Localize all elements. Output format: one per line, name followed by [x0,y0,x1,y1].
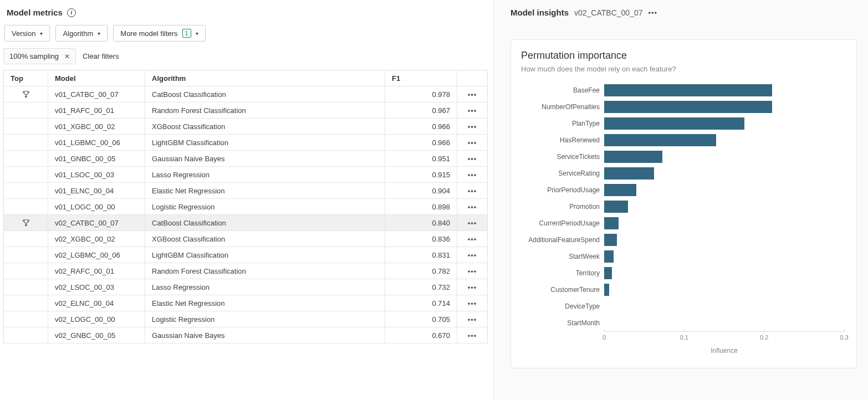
row-actions[interactable]: ••• [468,139,477,147]
table-row[interactable]: v01_RAFC_00_01Random Forest Classificati… [4,102,488,119]
insights-actions[interactable]: ••• [648,8,657,17]
chart-bar[interactable] [604,217,619,229]
sampling-chip-label: 100% sampling [9,52,59,60]
cell-f1: 0.714 [385,295,457,311]
cell-f1: 0.782 [385,263,457,279]
chart-bar[interactable] [604,151,662,163]
card-subtitle: How much does the model rely on each fea… [521,65,844,73]
chart-bar[interactable] [604,250,614,263]
chart-bar-row: DeviceType [521,298,844,315]
table-row[interactable]: v02_ELNC_00_04Elastic Net Regression0.71… [4,295,488,311]
table-row[interactable]: v02_GNBC_00_05Gaussian Naive Bayes0.670•… [4,327,488,343]
chart-bar-track [604,284,844,296]
cell-algorithm: Random Forest Classification [145,102,385,119]
chart-x-label: Influence [604,347,844,355]
chart-bar-row: BaseFee [521,82,844,99]
cell-top [4,135,48,151]
chart-bar[interactable] [604,117,744,130]
cell-top [4,231,48,247]
cell-algorithm: CatBoost Classification [145,215,385,231]
cell-top [4,151,48,167]
row-actions[interactable]: ••• [468,267,477,275]
row-actions[interactable]: ••• [468,283,477,291]
models-table: Top Model Algorithm F1 v01_CATBC_00_07Ca… [3,70,488,343]
algorithm-filter[interactable]: Algorithm ▾ [55,25,108,42]
chart-bar[interactable] [604,201,628,213]
chart-bar[interactable] [604,184,636,196]
cell-actions: ••• [457,135,488,151]
chart-bar[interactable] [604,267,612,279]
cell-f1: 0.840 [385,215,457,231]
row-actions[interactable]: ••• [468,187,477,195]
row-actions[interactable]: ••• [468,155,477,163]
cell-f1: 0.670 [385,327,457,343]
info-icon[interactable]: i [67,8,76,17]
row-actions[interactable]: ••• [468,203,477,211]
cell-f1: 0.732 [385,279,457,295]
chart-tick-label: 0.1 [680,334,688,341]
table-row[interactable]: v01_ELNC_00_04Elastic Net Regression0.90… [4,183,488,199]
table-row[interactable]: v01_CATBC_00_07CatBoost Classification0.… [4,86,488,102]
row-actions[interactable]: ••• [468,331,477,340]
table-row[interactable]: v02_LOGC_00_00Logistic Regression0.705••… [4,311,488,327]
col-algorithm[interactable]: Algorithm [145,70,385,86]
table-row[interactable]: v02_XGBC_00_02XGBoost Classification0.83… [4,231,488,247]
cell-top [4,311,48,327]
col-model[interactable]: Model [48,70,145,86]
cell-actions: ••• [457,167,488,183]
row-actions[interactable]: ••• [468,106,477,115]
chart-bar-track [604,267,844,279]
row-actions[interactable]: ••• [468,171,477,179]
chart-bar-row: Promotion [521,198,844,215]
cell-algorithm: Logistic Regression [145,311,385,327]
table-row[interactable]: v02_LSOC_00_03Lasso Regression0.732••• [4,279,488,295]
table-row[interactable]: v01_XGBC_00_02XGBoost Classification0.96… [4,119,488,135]
chart-category-label: PlanType [521,120,604,127]
chart-bar-row: StartMonth [521,315,844,331]
chart-bar[interactable] [604,234,617,246]
cell-model: v02_LSOC_00_03 [48,279,145,295]
table-row[interactable]: v02_RAFC_00_01Random Forest Classificati… [4,263,488,279]
row-actions[interactable]: ••• [468,122,477,131]
cell-algorithm: LightGBM Classification [145,135,385,151]
col-top[interactable]: Top [4,70,48,86]
cell-top [4,167,48,183]
close-icon[interactable]: ✕ [64,53,70,60]
chart-bar-track [604,184,844,196]
cell-f1: 0.966 [385,135,457,151]
table-row[interactable]: v02_CATBC_00_07CatBoost Classification0.… [4,215,488,231]
row-actions[interactable]: ••• [468,299,477,307]
chart-bar[interactable] [604,134,716,146]
cell-actions: ••• [457,199,488,215]
cell-actions: ••• [457,279,488,295]
version-filter[interactable]: Version ▾ [4,25,50,42]
chart-bar[interactable] [604,284,609,296]
table-row[interactable]: v01_LSOC_00_03Lasso Regression0.915••• [4,167,488,183]
row-actions[interactable]: ••• [468,251,477,259]
table-row[interactable]: v02_LGBMC_00_06LightGBM Classification0.… [4,247,488,263]
row-actions[interactable]: ••• [468,90,477,99]
chart-bar[interactable] [604,167,654,180]
cell-actions: ••• [457,295,488,311]
row-actions[interactable]: ••• [468,315,477,324]
cell-f1: 0.966 [385,119,457,135]
sampling-chip[interactable]: 100% sampling ✕ [3,48,76,64]
permutation-importance-card: Permutation importance How much does the… [510,39,857,368]
clear-filters-link[interactable]: Clear filters [83,52,119,60]
table-row[interactable]: v01_LOGC_00_00Logistic Regression0.898••… [4,199,488,215]
chart-category-label: Territory [521,269,604,277]
algorithm-filter-label: Algorithm [63,29,93,38]
more-filters-label: More model filters [120,29,177,38]
more-filters[interactable]: More model filters 1 ▾ [113,25,205,42]
chart-bar[interactable] [604,84,772,96]
cell-algorithm: Lasso Regression [145,279,385,295]
chart-category-label: NumberOfPenalties [521,103,604,111]
cell-algorithm: Random Forest Classification [145,263,385,279]
row-actions[interactable]: ••• [468,235,477,243]
cell-top [4,247,48,263]
col-f1[interactable]: F1 [385,70,457,86]
chart-bar[interactable] [604,101,772,113]
row-actions[interactable]: ••• [468,219,477,227]
table-row[interactable]: v01_GNBC_00_05Gaussian Naive Bayes0.951•… [4,151,488,167]
table-row[interactable]: v01_LGBMC_00_06LightGBM Classification0.… [4,135,488,151]
